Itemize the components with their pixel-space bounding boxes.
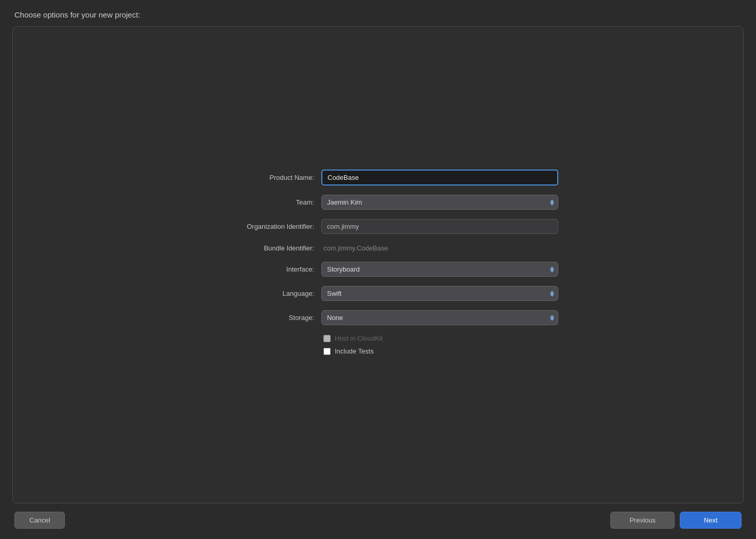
interface-select-wrap: Storyboard SwiftUI bbox=[321, 262, 558, 277]
include-tests-row: Include Tests bbox=[198, 347, 558, 355]
language-row: Language: Swift Objective-C bbox=[198, 286, 558, 301]
org-identifier-label: Organization Identifier: bbox=[198, 223, 321, 230]
storage-select-wrap: None Core Data CloudKit bbox=[321, 310, 558, 325]
bundle-identifier-wrap: com.jimmy.CodeBase bbox=[321, 243, 558, 252]
interface-select[interactable]: Storyboard SwiftUI bbox=[321, 262, 558, 277]
include-tests-wrap: Include Tests bbox=[323, 347, 374, 355]
host-cloudkit-wrap: Host in CloudKit bbox=[323, 334, 383, 342]
previous-button[interactable]: Previous bbox=[610, 512, 675, 529]
team-label: Team: bbox=[198, 198, 321, 206]
language-select-wrap: Swift Objective-C bbox=[321, 286, 558, 301]
form-container: Product Name: Team: Jaemin Kim None bbox=[198, 170, 558, 360]
product-name-label: Product Name: bbox=[198, 174, 321, 181]
next-button[interactable]: Next bbox=[680, 512, 742, 529]
storage-row: Storage: None Core Data CloudKit bbox=[198, 310, 558, 325]
org-identifier-wrap bbox=[321, 219, 558, 234]
host-cloudkit-label: Host in CloudKit bbox=[335, 334, 383, 342]
language-label: Language: bbox=[198, 290, 321, 297]
nav-buttons: Previous Next bbox=[610, 512, 742, 529]
main-panel: Product Name: Team: Jaemin Kim None bbox=[12, 26, 744, 503]
interface-label: Interface: bbox=[198, 265, 321, 273]
storage-wrap: None Core Data CloudKit bbox=[321, 310, 558, 325]
bundle-identifier-value: com.jimmy.CodeBase bbox=[321, 244, 388, 252]
interface-row: Interface: Storyboard SwiftUI bbox=[198, 262, 558, 277]
product-name-row: Product Name: bbox=[198, 170, 558, 186]
cancel-button[interactable]: Cancel bbox=[14, 512, 65, 529]
host-cloudkit-checkbox[interactable] bbox=[323, 335, 331, 342]
include-tests-label: Include Tests bbox=[335, 347, 374, 355]
org-identifier-input[interactable] bbox=[321, 219, 558, 234]
footer: Cancel Previous Next bbox=[12, 512, 744, 529]
team-select-wrap: Jaemin Kim None bbox=[321, 195, 558, 210]
page-header: Choose options for your new project: bbox=[12, 10, 744, 19]
storage-select[interactable]: None Core Data CloudKit bbox=[321, 310, 558, 325]
product-name-wrap bbox=[321, 170, 558, 186]
bundle-identifier-label: Bundle Identifier: bbox=[198, 244, 321, 252]
language-select[interactable]: Swift Objective-C bbox=[321, 286, 558, 301]
host-cloudkit-row: Host in CloudKit bbox=[198, 334, 558, 342]
team-select[interactable]: Jaemin Kim None bbox=[321, 195, 558, 210]
include-tests-checkbox[interactable] bbox=[323, 348, 331, 355]
team-row: Team: Jaemin Kim None bbox=[198, 195, 558, 210]
product-name-input[interactable] bbox=[321, 170, 558, 186]
language-wrap: Swift Objective-C bbox=[321, 286, 558, 301]
interface-wrap: Storyboard SwiftUI bbox=[321, 262, 558, 277]
bundle-identifier-row: Bundle Identifier: com.jimmy.CodeBase bbox=[198, 243, 558, 252]
team-wrap: Jaemin Kim None bbox=[321, 195, 558, 210]
storage-label: Storage: bbox=[198, 314, 321, 322]
org-identifier-row: Organization Identifier: bbox=[198, 219, 558, 234]
